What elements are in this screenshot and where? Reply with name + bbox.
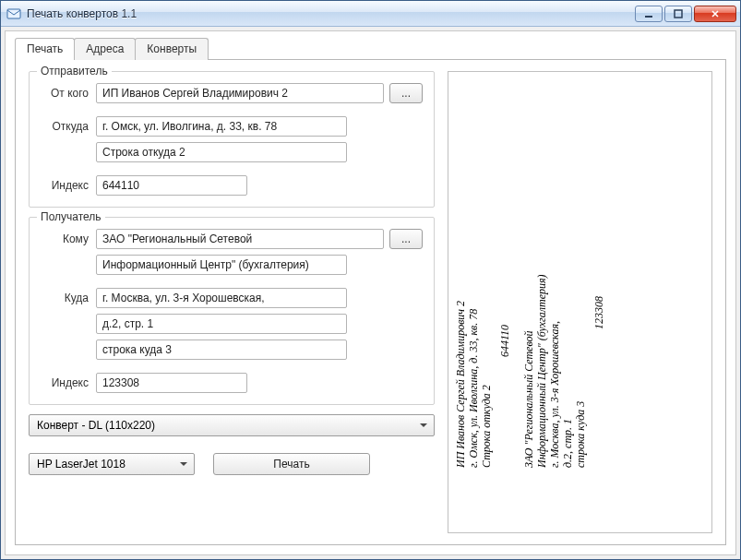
- title-bar: Печать конвертов 1.1: [1, 1, 740, 27]
- recipient-pick-button[interactable]: ...: [389, 229, 423, 249]
- recipient-addr1-input[interactable]: [96, 288, 347, 308]
- recipient-index-input[interactable]: [96, 373, 247, 393]
- envelope-selected-text: Конверт - DL (110x220): [37, 419, 155, 432]
- preview-sender-line: ИП Иванов Сергей Владимирович 2: [454, 301, 467, 468]
- tab-addresses[interactable]: Адреса: [74, 38, 136, 60]
- printer-row: HP LaserJet 1018 Печать: [29, 453, 435, 475]
- preview-sender-index: 644110: [498, 301, 511, 468]
- sender-where-label: Откуда: [41, 120, 90, 133]
- sender-addr2-input[interactable]: [96, 142, 347, 162]
- recipient-group: Получатель Кому ... Куда: [29, 217, 435, 405]
- sender-pick-button[interactable]: ...: [389, 83, 423, 103]
- svg-rect-2: [675, 10, 682, 18]
- close-button[interactable]: [694, 6, 736, 22]
- preview-recipient-line: ЗАО "Региональный Сетевой: [522, 274, 535, 468]
- preview-sender-line: Строка откуда 2: [480, 301, 493, 468]
- printer-select[interactable]: HP LaserJet 1018: [29, 453, 195, 475]
- minimize-button[interactable]: [635, 6, 663, 22]
- print-button[interactable]: Печать: [213, 453, 370, 475]
- tab-strip: Печать Адреса Конверты: [15, 38, 726, 60]
- preview-recipient-index: 123308: [592, 274, 605, 468]
- recipient-legend: Получатель: [37, 210, 105, 223]
- preview-recipient-line: строка куда 3: [574, 274, 587, 468]
- sender-group: Отправитель От кого ... Откуда: [29, 71, 435, 208]
- recipient-index-label: Индекс: [41, 376, 90, 389]
- recipient-addr3-input[interactable]: [96, 340, 347, 360]
- window-buttons: [635, 6, 736, 22]
- sender-index-input[interactable]: [96, 175, 247, 196]
- sender-from-input[interactable]: [96, 83, 384, 103]
- recipient-to2-input[interactable]: [96, 255, 347, 275]
- svg-rect-0: [7, 9, 20, 18]
- recipient-addr2-input[interactable]: [96, 314, 347, 334]
- preview-recipient-line: Информационный Центр" (бухгалтерия): [535, 274, 548, 468]
- envelope-select[interactable]: Конверт - DL (110x220): [29, 414, 435, 436]
- sender-from-label: От кого: [41, 87, 90, 100]
- tab-panel-print: Отправитель От кого ... Откуда: [15, 59, 726, 545]
- envelope-preview: ИП Иванов Сергей Владимирович 2 г. Омск,…: [448, 71, 712, 533]
- preview-recipient-line: д.2, стр. 1: [561, 274, 574, 468]
- right-column: ИП Иванов Сергей Владимирович 2 г. Омск,…: [448, 71, 712, 533]
- recipient-where-label: Куда: [41, 292, 90, 304]
- left-column: Отправитель От кого ... Откуда: [29, 71, 435, 533]
- recipient-to1-input[interactable]: [96, 229, 384, 249]
- sender-index-label: Индекс: [41, 179, 90, 192]
- svg-rect-1: [645, 16, 652, 18]
- client-area: Печать Адреса Конверты Отправитель От ко…: [5, 30, 736, 555]
- preview-sender-line: г. Омск, ул. Иволгина, д. 33, кв. 78: [467, 301, 480, 468]
- tab-print[interactable]: Печать: [15, 38, 75, 60]
- preview-recipient-line: г. Москва, ул. 3-я Хорошевская,: [548, 274, 561, 468]
- preview-sender-block: ИП Иванов Сергей Владимирович 2 г. Омск,…: [454, 301, 511, 468]
- app-window: Печать конвертов 1.1 Печать Адреса Конве…: [0, 0, 741, 560]
- printer-selected-text: HP LaserJet 1018: [37, 458, 125, 471]
- window-title: Печать конвертов 1.1: [27, 7, 635, 20]
- tab-envelopes[interactable]: Конверты: [135, 38, 209, 60]
- maximize-button[interactable]: [664, 6, 692, 22]
- sender-legend: Отправитель: [37, 65, 112, 77]
- sender-addr1-input[interactable]: [96, 116, 347, 137]
- preview-recipient-block: ЗАО "Региональный Сетевой Информационный…: [522, 274, 605, 468]
- recipient-to-label: Кому: [41, 232, 90, 245]
- app-icon: [6, 6, 21, 21]
